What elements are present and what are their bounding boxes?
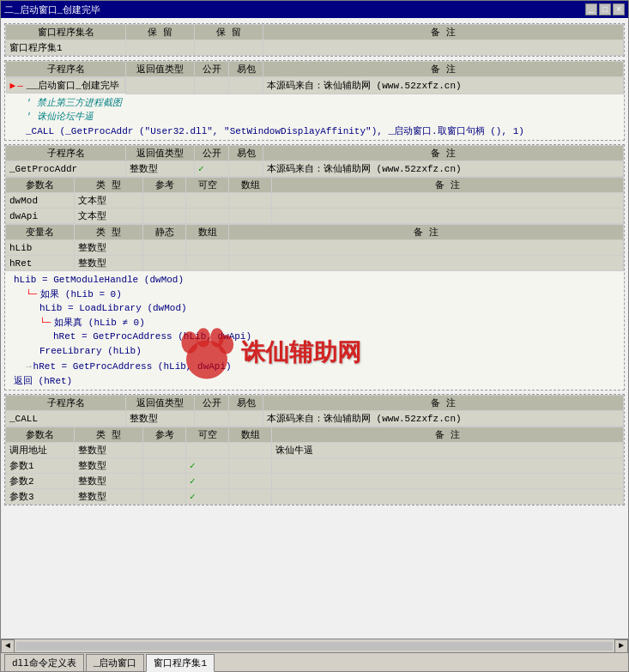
s3-code-1: └─如果 (hLib = 0) [12, 288, 617, 302]
s4-param4-ref [143, 489, 186, 505]
s4-param3-type: 整数型 [75, 474, 143, 489]
comment1-text: ' 禁止第三方进程截图 [26, 96, 122, 111]
s3-col-return: 返回值类型 [126, 146, 195, 161]
s4-col-easypack: 易包 [229, 396, 263, 411]
s4-func-name: _CALL [6, 411, 126, 427]
s2-col-name: 子程序名 [6, 62, 126, 77]
section-window-program-set: 窗口程序集名 保 留 保 留 备 注 窗口程序集1 [4, 23, 625, 57]
s2-col-easypack: 易包 [229, 62, 263, 77]
s4-param1-name: 调用地址 [6, 443, 75, 458]
s4-public-val [195, 411, 229, 427]
s4-easypack-val [229, 411, 263, 427]
code-call-line: _CALL (_GetProcAddr ("User32.dll", "SetW… [12, 124, 617, 139]
minus-icon: — [17, 81, 23, 91]
s4-param4-null: ✓ [186, 489, 229, 505]
s3-param2-type: 文本型 [75, 209, 143, 224]
arrow-left-icon: ▶ [10, 80, 16, 91]
s3-var1-array [186, 240, 229, 256]
s3-code-2: hLib = LoadLibrary (dwMod) [12, 301, 617, 316]
s4p-col-array: 数组 [229, 427, 272, 443]
s3-param1-null [186, 193, 229, 209]
s4-param3-array [229, 474, 272, 489]
s4-param3-null: ✓ [186, 474, 229, 489]
scroll-track[interactable] [16, 642, 613, 651]
s4p-col-null: 可空 [186, 427, 229, 443]
tab-startup-window[interactable]: _启动窗口 [86, 654, 145, 671]
if-arrow-icon: └─ [26, 288, 37, 302]
col-header-preserve2: 保 留 [195, 25, 263, 40]
s3-var-row-2: hRet 整数型 [6, 256, 624, 271]
s4-param3-note [272, 474, 624, 489]
bottom-tab-bar: dll命令定义表 _启动窗口 窗口程序集1 [1, 652, 628, 671]
s4-param2-ref [143, 458, 186, 474]
s4-param4-name: 参数3 [6, 489, 75, 505]
s3-param1-type: 文本型 [75, 193, 143, 209]
s3p-col-type: 类 型 [75, 178, 143, 193]
maximize-button[interactable]: □ [599, 3, 611, 15]
s3-param1-array [229, 193, 272, 209]
s2-col-note: 备 注 [263, 62, 624, 77]
main-scroll-area[interactable]: 诛仙辅助网 窗口程序集名 保 留 保 留 备 注 窗口程序集1 [1, 18, 628, 639]
s3-var2-type: 整数型 [75, 256, 143, 271]
s3v-col-name: 变量名 [6, 225, 75, 240]
scroll-left-button[interactable]: ◄ [1, 639, 15, 653]
s4-param1-ref [143, 443, 186, 458]
s3-return-val: 整数型 [126, 161, 195, 177]
title-bar: 二_启动窗口_创建完毕 _ □ × [1, 1, 628, 18]
program-set-name: 窗口程序集1 [6, 40, 126, 56]
s4-param1-note: 诛仙牛逼 [272, 443, 624, 458]
s2-public-val [195, 77, 229, 94]
scroll-right-button[interactable]: ► [614, 639, 628, 653]
call-text: _CALL (_GetProcAddr ("User32.dll", "SetW… [26, 124, 524, 139]
s3-var1-name: hLib [6, 240, 75, 256]
s2-easypack-val [229, 77, 263, 94]
tab-dll-commands[interactable]: dll命令定义表 [4, 654, 84, 671]
col-header-name: 窗口程序集名 [6, 25, 126, 40]
s4p-col-type: 类 型 [75, 427, 143, 443]
tab-window-program-set[interactable]: 窗口程序集1 [146, 654, 215, 672]
s4-param1-null [186, 443, 229, 458]
s3p-col-name: 参数名 [6, 178, 75, 193]
s4-param2-null: ✓ [186, 458, 229, 474]
s4-note-val: 本源码来自：诛仙辅助网 (www.52zxfz.cn) [263, 411, 624, 427]
s3v-col-static: 静态 [143, 225, 186, 240]
s3-var2-static [143, 256, 186, 271]
s4-param2-type: 整数型 [75, 458, 143, 474]
s4-col-return: 返回值类型 [126, 396, 195, 411]
window-title: 二_启动窗口_创建完毕 [4, 3, 100, 16]
s3-col-easypack: 易包 [229, 146, 263, 161]
s4-param4-array [229, 489, 272, 505]
svg-point-1 [181, 331, 197, 354]
s4p-col-ref: 参考 [143, 427, 186, 443]
s3-param2-null [186, 209, 229, 224]
s2-col-public: 公开 [195, 62, 229, 77]
preserve2-val [195, 40, 263, 56]
s4p-col-name: 参数名 [6, 427, 75, 443]
main-window: 二_启动窗口_创建完毕 _ □ × 诛仙辅助网 [0, 0, 629, 672]
s2-main-row: ▶ — __启动窗口_创建完毕 本源码来自：诛仙辅助网 (www.52zxfz.… [6, 77, 624, 94]
s4-col-note: 备 注 [263, 396, 624, 411]
minimize-button[interactable]: _ [585, 3, 597, 15]
section-startup-window: 子程序名 返回值类型 公开 易包 备 注 ▶ — __启动窗口_创建完毕 [4, 60, 625, 141]
s4-params-table: 参数名 类 型 参考 可空 数组 备 注 调用地址 整数型 [5, 427, 624, 505]
s3-var2-note [229, 256, 624, 271]
s3-public-val: ✓ [195, 161, 229, 177]
s4-param2-array [229, 458, 272, 474]
close-button[interactable]: × [613, 3, 625, 15]
s4-param-row-2: 参数1 整数型 ✓ [6, 458, 624, 474]
s3-main-row: _GetProcAddr 整数型 ✓ 本源码来自：诛仙辅助网 (www.52zx… [6, 161, 624, 177]
s3-func-name: _GetProcAddr [6, 161, 126, 177]
horizontal-scrollbar[interactable]: ◄ ► [1, 639, 628, 652]
s3-param1-note [272, 193, 624, 209]
watermark-overlay: 诛仙辅助网 [172, 318, 361, 387]
note-val [263, 40, 624, 56]
s3-note-val: 本源码来自：诛仙辅助网 (www.52zxfz.cn) [263, 161, 624, 177]
s3-param2-ref [143, 209, 186, 224]
s3-col-note: 备 注 [263, 146, 624, 161]
s3p-col-ref: 参考 [143, 178, 186, 193]
s3v-col-note: 备 注 [229, 225, 624, 240]
svg-point-2 [197, 328, 210, 347]
s3v-col-type: 类 型 [75, 225, 143, 240]
tick4-icon: ✓ [190, 492, 196, 502]
title-buttons: _ □ × [585, 3, 625, 15]
